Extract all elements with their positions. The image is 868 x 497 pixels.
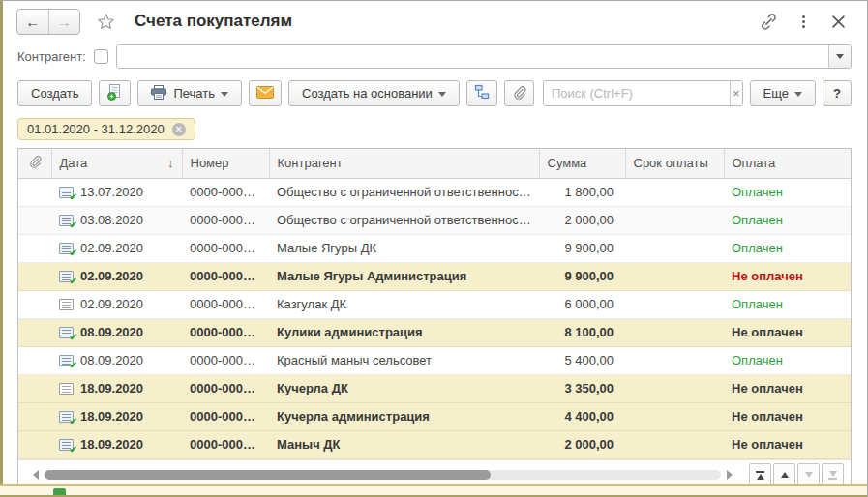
column-payment[interactable]: Оплата [724,149,851,178]
help-button[interactable]: ? [823,80,852,106]
attachments-button[interactable] [504,80,534,106]
cell-payment[interactable]: Оплачен [724,178,851,206]
cell-payment[interactable]: Оплачен [724,290,851,318]
cell-number[interactable]: 0000-000063 [182,374,269,402]
create-copy-button[interactable] [99,80,131,106]
cell-payment[interactable]: Не оплачен [724,374,851,402]
cell-date[interactable]: 18.09.2020 [51,430,182,458]
cell-counterparty[interactable]: Общество с ограниченной ответственнос… [269,178,539,206]
cell-due-date[interactable] [625,346,724,374]
cell-number[interactable]: 0000-000056 [182,178,269,206]
cell-counterparty[interactable]: Малые Ягуры Администрация [269,262,539,290]
cell-date[interactable]: 02.09.2020 [51,262,182,290]
cell-counterparty[interactable]: Красный маныч сельсовет [269,346,539,374]
scrollbar-thumb[interactable] [45,470,491,480]
table-row[interactable]: 13.07.20200000-000056Общество с ограниче… [18,178,851,206]
page-up-button[interactable] [773,463,795,486]
table-row[interactable]: 02.09.20200000-000058Малые Ягуры ДК9 900… [18,234,851,262]
cell-counterparty[interactable]: Кучерла администрация [269,402,539,430]
favorite-star-icon[interactable] [94,10,117,33]
cell-attachments[interactable] [18,346,51,374]
table-row[interactable]: 02.09.20200000-000060Казгулак ДК6 000,00… [18,290,851,318]
cell-date[interactable]: 03.08.2020 [51,206,182,234]
back-button[interactable]: ← [17,10,48,34]
cell-due-date[interactable] [625,402,724,430]
table-row[interactable]: 18.09.20200000-000063Кучерла ДК3 350,00Н… [18,374,851,402]
cell-number[interactable]: 0000-000060 [182,290,269,318]
remove-filter-icon[interactable]: ✕ [172,123,186,136]
cell-due-date[interactable] [625,234,724,262]
more-button[interactable]: Еще [750,80,816,106]
cell-payment[interactable]: Оплачен [724,206,851,234]
cell-attachments[interactable] [18,318,51,346]
go-to-first-button[interactable] [749,463,771,486]
cell-due-date[interactable] [625,374,724,402]
column-counterparty[interactable]: Контрагент [269,149,539,178]
cell-number[interactable]: 0000-000065 [182,430,269,458]
create-based-on-button[interactable]: Создать на основании [288,80,460,106]
cell-amount[interactable]: 2 000,00 [539,430,625,458]
cell-date[interactable]: 08.09.2020 [51,318,182,346]
cell-date[interactable]: 02.09.2020 [51,290,182,318]
table-row[interactable]: 02.09.20200000-000059Малые Ягуры Админис… [18,262,851,290]
cell-amount[interactable]: 9 900,00 [539,234,625,262]
cell-due-date[interactable] [625,290,724,318]
cell-amount[interactable]: 6 000,00 [539,290,625,318]
cell-due-date[interactable] [625,430,724,458]
cell-date[interactable]: 02.09.2020 [51,234,182,262]
cell-due-date[interactable] [625,262,724,290]
scroll-left-icon[interactable] [28,470,39,480]
cell-number[interactable]: 0000-000058 [182,234,269,262]
horizontal-scrollbar[interactable] [45,470,721,480]
cell-number[interactable]: 0000-000057 [182,206,269,234]
cell-attachments[interactable] [18,262,51,290]
cell-amount[interactable]: 4 400,00 [539,402,625,430]
scroll-right-icon[interactable] [727,470,737,480]
cell-date[interactable]: 18.09.2020 [51,402,182,430]
cell-number[interactable]: 0000-000059 [182,262,269,290]
cell-amount[interactable]: 5 400,00 [539,346,625,374]
cell-attachments[interactable] [18,290,51,318]
column-amount[interactable]: Сумма [539,149,625,178]
related-documents-button[interactable] [466,80,497,106]
cell-counterparty[interactable]: Кучерла ДК [269,374,539,402]
cell-payment[interactable]: Не оплачен [724,402,851,430]
counterparty-checkbox[interactable] [94,49,108,64]
counterparty-input[interactable] [117,45,828,68]
cell-counterparty[interactable]: Кулики администрация [269,318,539,346]
go-to-last-button[interactable] [822,463,844,486]
close-icon[interactable] [826,10,850,33]
column-number[interactable]: Номер [182,149,269,178]
cell-attachments[interactable] [18,234,51,262]
cell-date[interactable]: 13.07.2020 [51,178,182,206]
send-email-button[interactable] [249,80,282,106]
period-filter-chip[interactable]: 01.01.2020 - 31.12.2020 ✕ [17,118,195,140]
column-due-date[interactable]: Срок оплаты [625,149,724,178]
cell-payment[interactable]: Не оплачен [724,318,851,346]
cell-counterparty[interactable]: Малые Ягуры ДК [269,234,539,262]
cell-attachments[interactable] [18,374,51,402]
cell-due-date[interactable] [625,178,724,206]
cell-number[interactable]: 0000-000064 [182,402,269,430]
cell-payment[interactable]: Не оплачен [724,430,851,458]
table-row[interactable]: 08.09.20200000-000062Красный маныч сельс… [18,346,851,374]
counterparty-dropdown-button[interactable] [828,45,851,68]
cell-payment[interactable]: Оплачен [724,234,851,262]
cell-amount[interactable]: 2 000,00 [539,206,625,234]
table-row[interactable]: 18.09.20200000-000064Кучерла администрац… [18,402,851,430]
table-row[interactable]: 03.08.20200000-000057Общество с ограниче… [18,206,851,234]
page-down-button[interactable] [797,463,820,486]
cell-payment[interactable]: Оплачен [724,346,851,374]
cell-attachments[interactable] [18,430,51,458]
search-input[interactable] [544,81,730,105]
clear-search-button[interactable]: × [730,81,742,105]
get-link-icon[interactable] [757,10,780,33]
cell-attachments[interactable] [18,402,51,430]
table-row[interactable]: 08.09.20200000-000061Кулики администраци… [18,318,851,346]
cell-amount[interactable]: 9 900,00 [539,262,625,290]
cell-number[interactable]: 0000-000062 [182,346,269,374]
table-row[interactable]: 18.09.20200000-000065Маныч ДК2 000,00Не … [18,430,851,458]
cell-counterparty[interactable]: Маныч ДК [269,430,539,458]
cell-amount[interactable]: 8 100,00 [539,318,625,346]
cell-payment[interactable]: Не оплачен [724,262,851,290]
